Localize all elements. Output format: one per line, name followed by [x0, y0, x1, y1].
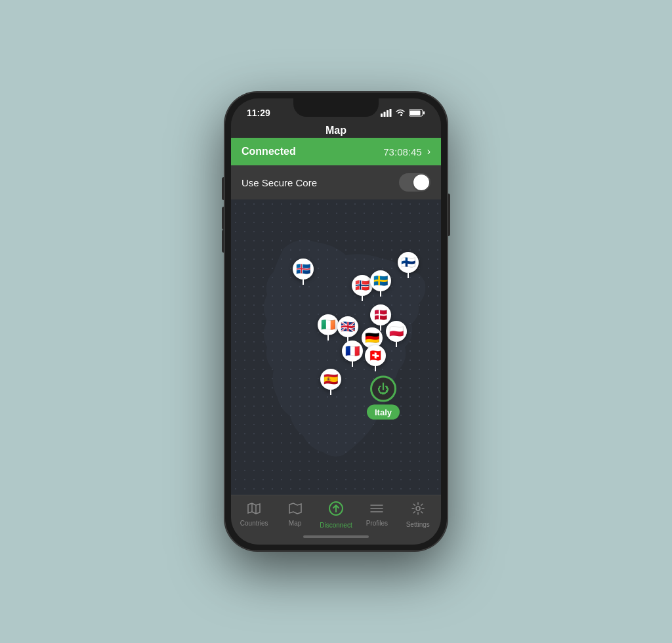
pin-switzerland[interactable]: 🇨🇭 — [365, 345, 386, 371]
secure-core-toggle[interactable] — [399, 173, 430, 192]
svg-point-13 — [416, 507, 420, 510]
tab-countries[interactable]: Countries — [236, 503, 272, 527]
tab-disconnect[interactable]: Disconnect — [318, 501, 354, 529]
settings-icon — [411, 501, 425, 519]
status-bar: 11:29 — [231, 98, 441, 121]
connection-timer: 73:08:45 — [383, 146, 421, 157]
map-area: 🇮🇸 🇳🇴 🇸🇪 🇫🇮 🇮🇪 — [231, 199, 441, 495]
map-icon — [288, 503, 303, 518]
phone-frame: 11:29 — [224, 92, 448, 551]
countries-label: Countries — [240, 520, 268, 527]
status-time: 11:29 — [247, 108, 270, 118]
continent-svg — [231, 199, 441, 495]
pin-poland[interactable]: 🇵🇱 — [386, 321, 407, 347]
nav-bar: Map — [231, 121, 441, 138]
home-bar — [303, 535, 369, 538]
svg-rect-3 — [390, 109, 392, 117]
svg-rect-1 — [384, 112, 386, 117]
profiles-label: Profiles — [366, 520, 388, 527]
power-icon: ⏻ — [377, 382, 389, 396]
tab-settings[interactable]: Settings — [400, 501, 436, 528]
pin-spain[interactable]: 🇪🇸 — [320, 369, 341, 395]
signal-icon — [381, 109, 392, 117]
wifi-icon — [395, 109, 406, 117]
secure-core-row: Use Secure Core — [231, 165, 441, 199]
pin-ireland[interactable]: 🇮🇪 — [318, 314, 339, 341]
phone-screen: 11:29 — [231, 98, 441, 545]
battery-icon — [409, 109, 425, 117]
pin-uk[interactable]: 🇬🇧 — [337, 316, 358, 342]
svg-rect-2 — [387, 110, 388, 117]
pin-france[interactable]: 🇫🇷 — [342, 341, 363, 367]
svg-rect-0 — [381, 114, 383, 117]
banner-chevron-icon: › — [427, 146, 430, 157]
pin-sweden[interactable]: 🇸🇪 — [370, 270, 391, 297]
power-pin-italy[interactable]: ⏻ Italy — [367, 376, 400, 420]
countries-icon — [247, 503, 261, 518]
home-indicator — [231, 531, 441, 545]
notch — [293, 98, 379, 117]
pin-iceland[interactable]: 🇮🇸 — [293, 259, 314, 285]
power-circle: ⏻ — [370, 376, 396, 402]
connected-right: 73:08:45 › — [383, 146, 430, 157]
tab-profiles[interactable]: Profiles — [359, 503, 395, 527]
svg-rect-5 — [423, 112, 425, 115]
italy-label: Italy — [367, 405, 400, 420]
status-icons — [381, 109, 425, 117]
pin-finland[interactable]: 🇫🇮 — [398, 252, 419, 278]
profiles-icon — [369, 503, 384, 518]
settings-label: Settings — [406, 521, 430, 528]
tab-map[interactable]: Map — [277, 503, 313, 527]
secure-core-label: Use Secure Core — [242, 177, 317, 188]
connected-banner[interactable]: Connected 73:08:45 › — [231, 138, 441, 165]
connection-status: Connected — [242, 146, 296, 157]
disconnect-icon — [328, 501, 344, 520]
disconnect-label: Disconnect — [320, 522, 352, 529]
tab-bar: Countries Map Disconnect — [231, 495, 441, 531]
nav-title: Map — [326, 125, 346, 136]
svg-rect-6 — [410, 111, 421, 115]
map-label: Map — [289, 520, 301, 527]
